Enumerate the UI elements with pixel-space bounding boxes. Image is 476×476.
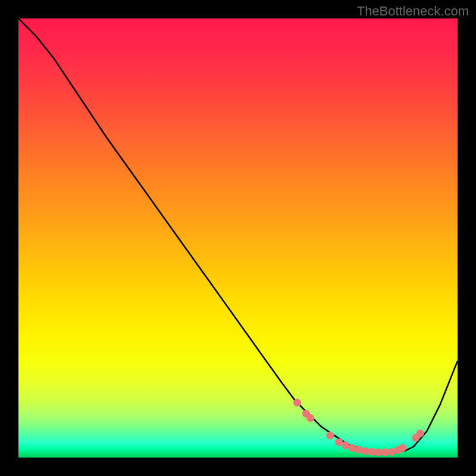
chart-svg bbox=[18, 18, 458, 458]
highlight-dots bbox=[293, 399, 424, 456]
highlight-dot bbox=[381, 449, 389, 456]
highlight-dot bbox=[416, 430, 424, 437]
highlight-dot bbox=[306, 414, 314, 422]
watermark-text: TheBottleneck.com bbox=[357, 4, 469, 19]
highlight-dot bbox=[355, 446, 363, 453]
highlight-dot bbox=[327, 432, 334, 440]
highlight-dot bbox=[348, 444, 356, 452]
highlight-dot bbox=[293, 399, 301, 406]
highlight-dot bbox=[399, 444, 406, 452]
bottleneck-curve bbox=[18, 18, 458, 452]
highlight-dot bbox=[335, 439, 343, 446]
chart-area bbox=[18, 18, 458, 458]
highlight-dot bbox=[362, 447, 369, 455]
highlight-dot bbox=[388, 448, 396, 456]
highlight-dot bbox=[368, 448, 376, 456]
highlight-dot bbox=[342, 441, 349, 449]
